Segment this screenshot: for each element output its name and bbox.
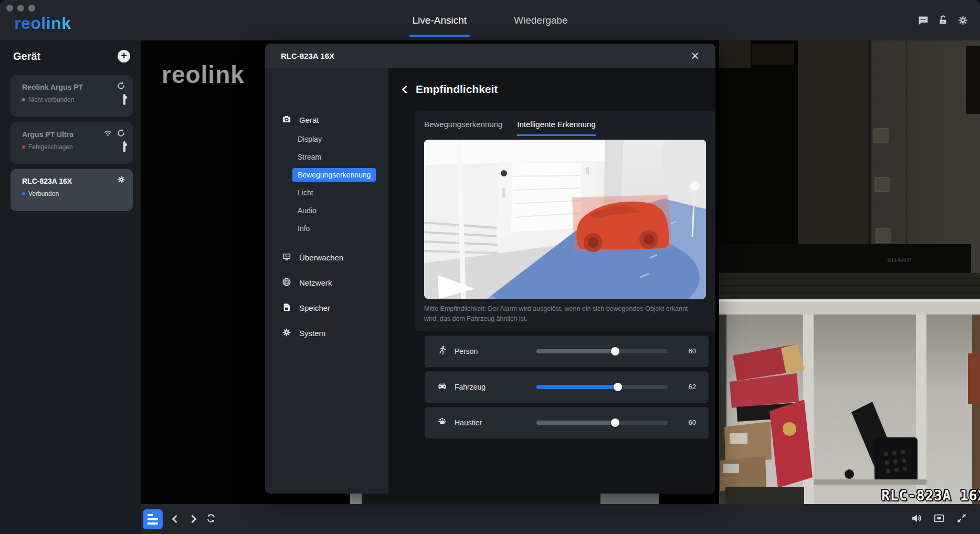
chevron-left-icon[interactable] xyxy=(172,515,181,523)
tab-playback[interactable]: Wiedergabe xyxy=(513,2,568,39)
gear-icon[interactable] xyxy=(957,15,968,26)
volume-icon[interactable] xyxy=(911,512,922,526)
slider-row-haustier: Haustier 60 xyxy=(425,407,709,438)
vehicle-icon xyxy=(437,381,447,393)
gear-icon[interactable] xyxy=(117,175,125,186)
detection-illustration xyxy=(424,140,706,299)
nav-item-audio[interactable]: Audio xyxy=(265,202,388,219)
status-dot xyxy=(22,145,25,149)
top-bar: reolink Live-Ansicht Wiedergabe xyxy=(0,0,980,40)
nav-item-licht[interactable]: Licht xyxy=(265,184,388,202)
tab-live-view[interactable]: Live-Ansicht xyxy=(412,2,468,39)
gear-icon xyxy=(282,328,291,339)
monitor-icon xyxy=(282,252,291,263)
globe-icon xyxy=(282,277,291,288)
refresh-icon[interactable] xyxy=(206,513,216,526)
camera-icon xyxy=(282,114,291,125)
nav-item-bewegungserkennung[interactable]: Bewegungserkennung xyxy=(265,166,388,184)
floor-detail xyxy=(362,493,600,504)
sensitivity-caption: Mitte Empfindlichkeit: Der Alarm wird au… xyxy=(424,304,698,324)
app-window: reolink Live-Ansicht Wiedergabe Gerät + … xyxy=(0,0,980,534)
nav-group-label: System xyxy=(299,329,325,338)
layout-list-icon[interactable] xyxy=(143,509,163,529)
window-controls xyxy=(6,5,35,12)
nav-item-info[interactable]: Info xyxy=(265,219,388,237)
slider-row-person: Person 60 xyxy=(425,336,709,367)
nav-group-ueberwachen[interactable]: Überwachen xyxy=(265,245,388,270)
nav-group-speicher[interactable]: Speicher xyxy=(265,295,388,320)
slider-label: Fahrzeug xyxy=(455,383,486,391)
nav-group-netzwerk[interactable]: Netzwerk xyxy=(265,270,388,295)
battery-icon xyxy=(123,141,125,152)
device-settings-dialog: RLC-823A 16X × Gerät Display Stream Bewe… xyxy=(265,44,715,494)
slider-value: 60 xyxy=(677,418,696,426)
device-name: RLC-823A 16X xyxy=(22,177,72,185)
tab-intelligente-erkennung[interactable]: Intelligente Erkennung xyxy=(517,120,595,136)
person-sensitivity-slider[interactable] xyxy=(536,349,668,353)
unlock-icon[interactable] xyxy=(937,15,949,26)
status-dot xyxy=(22,98,25,101)
device-status: Verbunden xyxy=(28,190,59,197)
device-status: Fehlgeschlagen xyxy=(28,143,73,151)
camera-osd-label: RLC-823A 16X xyxy=(881,488,980,504)
battery-icon xyxy=(123,94,125,105)
settings-nav: Gerät Display Stream Bewegungserkennung … xyxy=(265,68,388,494)
slider-value: 60 xyxy=(677,347,696,355)
nav-group-label: Gerät xyxy=(299,116,319,124)
refresh-icon[interactable] xyxy=(117,129,125,140)
dialog-header: RLC-823A 16X × xyxy=(265,44,715,68)
dialog-title: RLC-823A 16X xyxy=(281,51,334,60)
device-sidebar: Gerät + Reolink Argus PT Nicht verbunden… xyxy=(0,40,141,534)
pip-icon[interactable] xyxy=(933,512,945,526)
slider-row-fahrzeug: Fahrzeug 62 xyxy=(425,371,709,403)
person-icon xyxy=(437,345,447,357)
svg-text:SHARP: SHARP xyxy=(887,257,912,263)
close-icon[interactable]: × xyxy=(686,47,704,65)
camera-scene-background: SHARP xyxy=(719,40,980,504)
nav-group-label: Netzwerk xyxy=(299,278,332,287)
device-name: Argus PT Ultra xyxy=(22,130,73,139)
slider-label: Haustier xyxy=(455,418,482,427)
nav-group-geraet[interactable]: Gerät xyxy=(265,109,388,130)
device-card-argus-pt[interactable]: Reolink Argus PT Nicht verbunden xyxy=(10,75,133,117)
minimize-window-icon[interactable] xyxy=(17,5,24,12)
refresh-icon[interactable] xyxy=(117,81,125,92)
close-window-icon[interactable] xyxy=(6,5,13,12)
back-icon[interactable] xyxy=(402,86,410,94)
nav-group-label: Überwachen xyxy=(299,253,343,262)
reolink-logo: reolink xyxy=(14,14,71,33)
reolink-watermark: reolink xyxy=(162,60,245,89)
slider-label: Person xyxy=(455,347,478,355)
fullscreen-icon[interactable] xyxy=(956,512,967,526)
add-device-button[interactable]: + xyxy=(118,50,130,62)
device-card-argus-pt-ultra[interactable]: Argus PT Ultra Fehlgeschlagen xyxy=(10,122,133,164)
floor-detail xyxy=(600,493,659,504)
page-title: Empfindlichkeit xyxy=(416,83,498,96)
chat-icon[interactable] xyxy=(918,15,929,26)
nav-item-display[interactable]: Display xyxy=(265,130,388,148)
pet-icon xyxy=(437,416,447,428)
detection-panel: Bewegungserkennung Intelligente Erkennun… xyxy=(415,111,715,331)
status-dot xyxy=(22,192,25,195)
device-status: Nicht verbunden xyxy=(28,96,74,103)
device-name: Reolink Argus PT xyxy=(22,83,83,91)
sidebar-title: Gerät xyxy=(13,50,40,62)
main-tabs: Live-Ansicht Wiedergabe xyxy=(412,0,569,40)
floor-detail xyxy=(350,493,362,504)
wifi-icon xyxy=(103,129,112,140)
device-card-rlc-823a[interactable]: RLC-823A 16X Verbunden xyxy=(10,169,133,211)
storage-icon xyxy=(282,302,291,313)
nav-group-system[interactable]: System xyxy=(265,320,388,345)
settings-content: Empfindlichkeit Bewegungserkennung Intel… xyxy=(388,68,715,494)
zoom-window-icon[interactable] xyxy=(28,5,35,12)
pet-sensitivity-slider[interactable] xyxy=(536,421,668,425)
chevron-right-icon[interactable] xyxy=(188,515,197,523)
tab-bewegungserkennung[interactable]: Bewegungserkennung xyxy=(424,120,502,134)
player-toolbar xyxy=(141,504,980,534)
slider-value: 62 xyxy=(677,383,696,391)
vehicle-sensitivity-slider[interactable] xyxy=(536,385,668,389)
nav-item-stream[interactable]: Stream xyxy=(265,148,388,166)
nav-group-label: Speicher xyxy=(299,303,330,312)
